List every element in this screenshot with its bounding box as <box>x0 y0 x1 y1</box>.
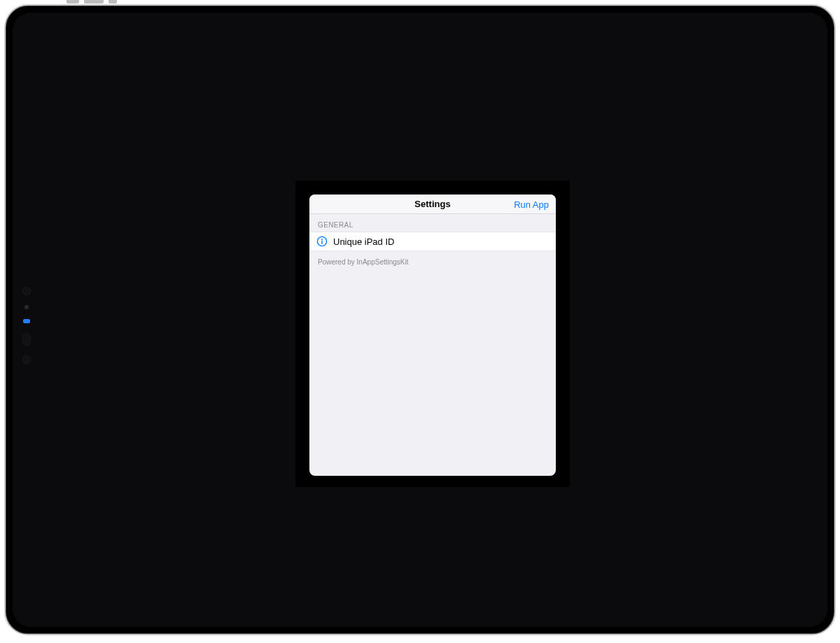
row-label: Unique iPad ID <box>333 236 394 247</box>
info-icon <box>316 236 328 247</box>
side-button <box>22 333 31 346</box>
run-app-button[interactable]: Run App <box>514 199 549 209</box>
settings-modal: Settings Run App GENERAL Unique iPad ID … <box>309 195 556 476</box>
row-unique-ipad-id[interactable]: Unique iPad ID <box>309 232 556 251</box>
hardware-nub <box>66 0 79 3</box>
side-indicator <box>24 305 29 309</box>
navbar: Settings Run App <box>309 195 556 214</box>
hardware-nub <box>108 0 117 3</box>
modal-backdrop: Settings Run App GENERAL Unique iPad ID … <box>295 181 570 487</box>
hardware-nub <box>84 0 104 3</box>
side-button-cluster <box>22 287 31 364</box>
side-button <box>22 355 31 364</box>
ipad-screen: Settings Run App GENERAL Unique iPad ID … <box>13 13 827 627</box>
svg-point-1 <box>321 239 323 240</box>
navbar-title: Settings <box>414 199 450 209</box>
footer-note: Powered by InAppSettingsKit <box>309 251 556 273</box>
ipad-device-frame: Settings Run App GENERAL Unique iPad ID … <box>4 4 836 635</box>
side-button <box>22 287 31 295</box>
section-header-general: GENERAL <box>309 214 556 232</box>
side-blue-indicator <box>23 319 30 323</box>
